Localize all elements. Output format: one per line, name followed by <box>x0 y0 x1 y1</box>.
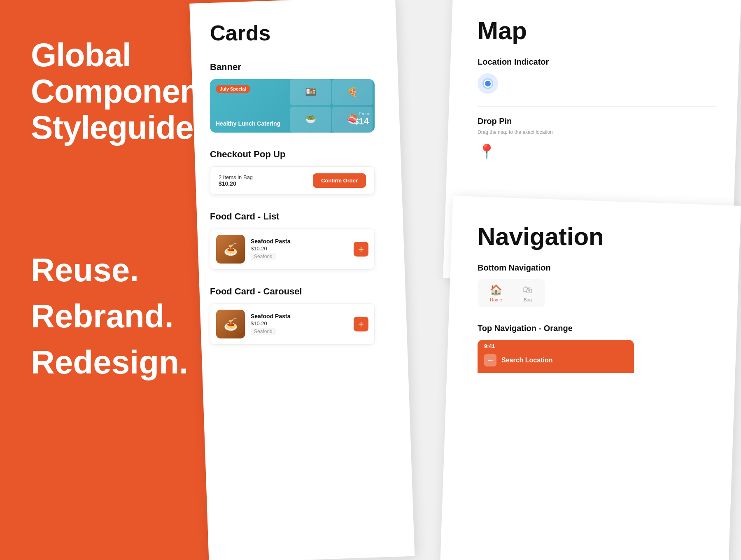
left-text-block: Global Component Styleguide Reuse. Rebra… <box>31 37 210 146</box>
food-card-list: 🍝 Seafood Pasta $10.20 Seafood + <box>210 229 375 270</box>
tagline-reuse: Reuse. <box>31 247 188 293</box>
confirm-order-button[interactable]: Confirm Order <box>313 173 366 188</box>
status-time: 9:41 <box>484 343 495 349</box>
tagline-rebrand: Rebrand. <box>31 293 188 339</box>
map-heading: Map <box>478 16 716 45</box>
taglines: Reuse. Rebrand. Redesign. <box>31 247 188 385</box>
food-list-category: Seafood <box>251 253 276 260</box>
map-panel-inner: Map Location Indicator Drop Pin Drag the… <box>453 0 741 177</box>
food-list-price: $10.20 <box>251 245 348 252</box>
food-item-1: 🍱 <box>290 79 331 105</box>
back-arrow-icon: ← <box>487 356 494 365</box>
food-item-3: 🥗 <box>290 107 331 133</box>
nav-item-home[interactable]: 🏠 Home <box>490 284 502 302</box>
tagline-redesign: Redesign. <box>31 339 188 385</box>
drop-pin-label: Drop Pin <box>478 117 716 126</box>
nav-heading: Navigation <box>478 222 716 251</box>
top-nav-section-label: Top Navigation - Orange <box>478 324 716 333</box>
banner-card: July Special Healthy Lunch Catering From… <box>210 79 375 133</box>
food-list-name: Seafood Pasta <box>251 238 348 245</box>
banner-food-visual: 🍱 🍕 🥗 🍣 <box>290 79 373 133</box>
home-icon: 🏠 <box>490 284 502 296</box>
nav-item-home-label: Home <box>490 297 502 302</box>
banner-section-label: Banner <box>210 62 375 72</box>
food-item-4: 🍣 <box>332 107 373 133</box>
checkout-price: $10.20 <box>219 180 253 187</box>
checkout-info: 2 Items in Bag $10.20 <box>219 174 253 187</box>
back-button[interactable]: ← <box>484 354 496 366</box>
location-indicator <box>478 73 498 94</box>
map-divider-1 <box>478 106 716 107</box>
search-location-label: Search Location <box>501 357 552 364</box>
food-list-add-button[interactable]: + <box>354 242 368 257</box>
food-item-2: 🍕 <box>332 79 373 105</box>
food-carousel-info: Seafood Pasta $10.20 Seafood <box>251 313 348 335</box>
top-nav-content: ← Search Location <box>478 351 634 373</box>
nav-panel: Navigation Bottom Navigation 🏠 Home 🛍 Ba… <box>440 196 741 560</box>
food-list-image: 🍝 <box>216 235 245 264</box>
cards-panel: Cards Banner July Special Healthy Lunch … <box>189 0 415 560</box>
food-carousel-category: Seafood <box>251 328 276 335</box>
pin-icon: 📍 <box>478 143 716 161</box>
drop-pin-desc: Drag the map to the exact location <box>478 129 716 135</box>
checkout-items-count: 2 Items in Bag <box>219 174 253 180</box>
food-carousel-item: 🍝 Seafood Pasta $10.20 Seafood + <box>210 303 375 345</box>
nav-item-bag-label: Bag <box>524 297 532 302</box>
bottom-nav-label: Bottom Navigation <box>478 263 716 273</box>
checkout-section-label: Checkout Pop Up <box>210 149 375 160</box>
food-carousel-name: Seafood Pasta <box>251 313 348 320</box>
top-nav-bar: 9:41 ← Search Location <box>478 340 634 373</box>
top-nav-status-bar: 9:41 <box>478 340 634 351</box>
location-indicator-label: Location Indicator <box>478 57 716 67</box>
food-carousel-price: $10.20 <box>251 320 348 327</box>
food-carousel-image: 🍝 <box>216 310 245 338</box>
nav-item-bag[interactable]: 🛍 Bag <box>523 284 533 302</box>
food-list-section-label: Food Card - List <box>210 211 375 222</box>
food-carousel-add-button[interactable]: + <box>354 317 368 331</box>
checkout-popup: 2 Items in Bag $10.20 Confirm Order <box>210 166 375 195</box>
styleguide-title: Global Component Styleguide <box>31 37 210 146</box>
food-list-info: Seafood Pasta $10.20 Seafood <box>251 238 348 260</box>
cards-panel-inner: Cards Banner July Special Healthy Lunch … <box>189 0 395 365</box>
nav-panel-inner: Navigation Bottom Navigation 🏠 Home 🛍 Ba… <box>453 206 741 390</box>
banner-title: Healthy Lunch Catering <box>216 120 280 127</box>
bottom-nav-bar: 🏠 Home 🛍 Bag <box>478 279 545 307</box>
cards-heading: Cards <box>210 21 375 45</box>
food-carousel-section-label: Food Card - Carousel <box>210 286 375 297</box>
bag-icon: 🛍 <box>523 284 533 296</box>
banner-badge: July Special <box>216 85 250 93</box>
location-dot <box>484 79 492 88</box>
